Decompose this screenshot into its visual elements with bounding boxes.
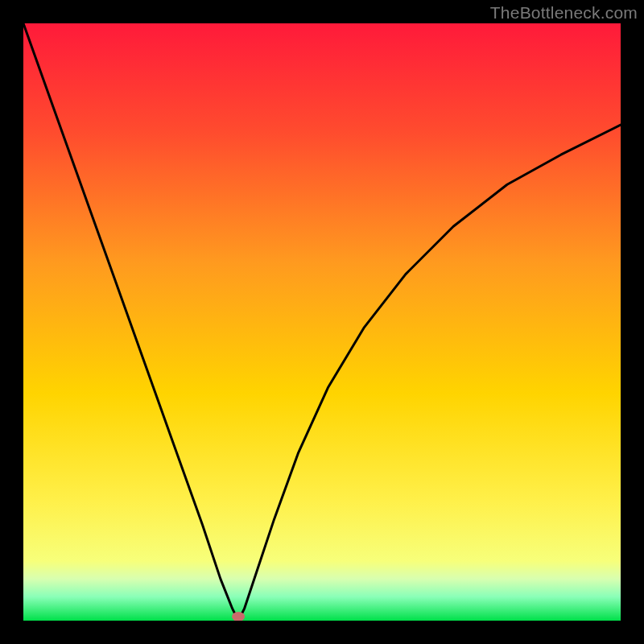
watermark-text: TheBottleneck.com	[490, 3, 638, 23]
chart-background	[23, 23, 621, 621]
chart-svg	[23, 23, 621, 621]
chart-frame	[23, 23, 621, 621]
